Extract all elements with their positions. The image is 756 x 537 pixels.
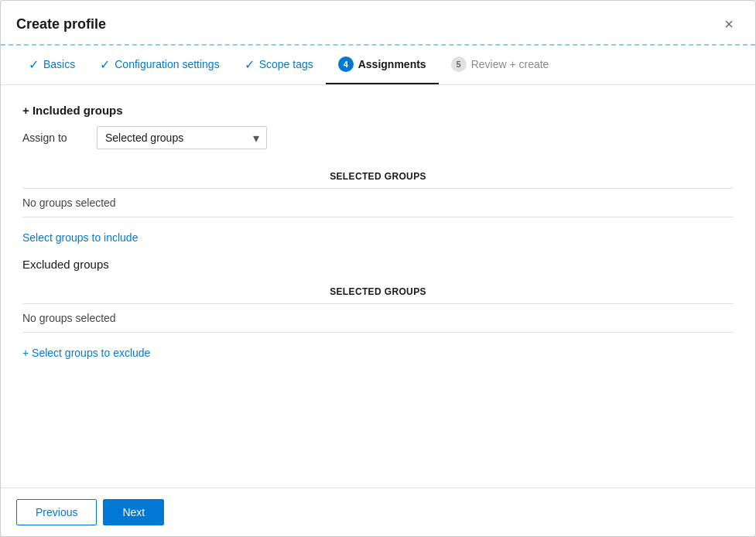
assign-row: Assign to Selected groups: [22, 126, 734, 149]
close-button[interactable]: ×: [718, 13, 740, 35]
select-groups-exclude-link[interactable]: + Select groups to exclude: [22, 347, 150, 359]
tab-configuration-label: Configuration settings: [115, 58, 219, 70]
create-profile-dialog: Create profile × ✓ Basics ✓ Configuratio…: [0, 0, 756, 537]
previous-button[interactable]: Previous: [16, 499, 97, 525]
tab-assignments-label: Assignments: [358, 58, 426, 70]
excluded-groups-table: SELECTED GROUPS No groups selected: [22, 280, 734, 333]
config-check-icon: ✓: [100, 57, 110, 72]
included-no-groups-text: No groups selected: [22, 189, 734, 217]
tab-review[interactable]: 5 Review + create: [439, 46, 562, 84]
included-section-title: + Included groups: [22, 104, 734, 117]
dialog-content: + Included groups Assign to Selected gro…: [1, 85, 755, 487]
tab-review-label: Review + create: [471, 58, 549, 70]
excluded-no-groups-row: No groups selected: [22, 304, 734, 333]
included-groups-header: SELECTED GROUPS: [22, 165, 734, 189]
next-button[interactable]: Next: [103, 499, 164, 525]
dialog-title: Create profile: [16, 16, 106, 32]
assign-label: Assign to: [22, 132, 84, 144]
tab-assignments[interactable]: 4 Assignments: [326, 46, 439, 84]
select-groups-include-link[interactable]: Select groups to include: [22, 231, 138, 244]
scope-check-icon: ✓: [245, 57, 255, 72]
tab-basics-label: Basics: [43, 58, 75, 70]
assignments-number: 4: [338, 56, 354, 72]
excluded-no-groups-text: No groups selected: [22, 304, 734, 333]
dialog-footer: Previous Next: [1, 487, 755, 536]
included-no-groups-row: No groups selected: [22, 189, 734, 217]
wizard-tabs: ✓ Basics ✓ Configuration settings ✓ Scop…: [1, 46, 755, 85]
tab-scope-label: Scope tags: [259, 58, 313, 70]
tab-basics[interactable]: ✓ Basics: [16, 46, 87, 84]
review-number: 5: [451, 56, 467, 72]
excluded-groups-header: SELECTED GROUPS: [22, 280, 734, 304]
assign-to-select-wrapper[interactable]: Selected groups: [97, 126, 267, 149]
assign-to-select[interactable]: Selected groups: [97, 126, 267, 149]
excluded-title: Excluded groups: [22, 258, 734, 271]
tab-scope[interactable]: ✓ Scope tags: [232, 46, 326, 84]
basics-check-icon: ✓: [29, 57, 39, 72]
included-groups-table: SELECTED GROUPS No groups selected: [22, 165, 734, 217]
dialog-header: Create profile ×: [1, 1, 755, 44]
tab-configuration[interactable]: ✓ Configuration settings: [87, 46, 231, 84]
